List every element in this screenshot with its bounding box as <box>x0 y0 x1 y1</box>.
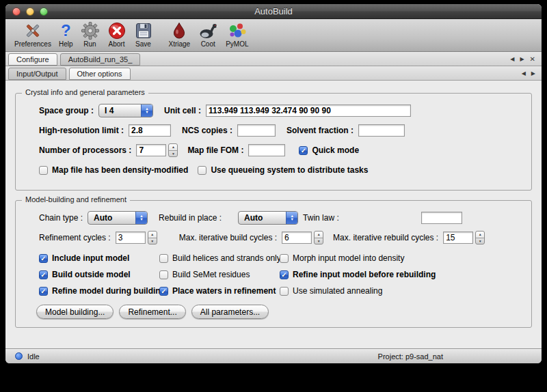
popup-arrows-icon: ▲▼ <box>135 212 147 224</box>
popup-arrows-icon: ▲▼ <box>141 104 152 117</box>
rebuild-in-place-select[interactable]: Auto ▲▼ <box>238 211 298 225</box>
processors-stepper[interactable]: ▲ ▼ <box>168 143 178 157</box>
tab-scroll-left-icon[interactable]: ◀ <box>522 70 526 76</box>
title-bar[interactable]: AutoBuild <box>5 4 542 19</box>
help-button[interactable]: ? Help <box>57 20 75 48</box>
space-group-label: Space group : <box>39 106 94 115</box>
model-building-button[interactable]: Model building... <box>36 305 114 319</box>
build-semet-residues-checkbox[interactable]: ✓ Build SeMet residues <box>159 270 280 279</box>
density-modified-checkbox[interactable]: ✓ Map file has been density-modified <box>39 165 188 175</box>
model-building-groupbox: Model-building and refinement Chain type… <box>15 200 532 328</box>
tab-label: Input/Output <box>16 70 58 78</box>
chain-type-select[interactable]: Auto ▲▼ <box>88 211 148 225</box>
coot-button[interactable]: Coot <box>196 20 220 48</box>
toolbar-label: Preferences <box>14 40 51 48</box>
build-helices-strands-checkbox[interactable]: ✓ Build helices and strands only <box>159 253 280 263</box>
refine-during-building-checkbox[interactable]: ✓ Refine model during building <box>39 286 159 296</box>
toolbar: Preferences ? Help <box>5 19 542 52</box>
abort-icon <box>107 20 126 41</box>
parameter-buttons-row: Model building... Refinement... All para… <box>36 305 522 319</box>
window-title: AutoBuild <box>5 6 542 16</box>
tab-scroll-right-icon[interactable]: ▶ <box>520 56 524 62</box>
space-group-value: I 4 <box>105 106 114 115</box>
twin-law-input[interactable] <box>421 212 462 224</box>
map-file-fom-input[interactable] <box>248 144 285 156</box>
form-row: High-resolution limit : NCS copies : Sol… <box>39 124 522 137</box>
quick-mode-checkbox[interactable]: ✓ Quick mode <box>299 145 359 155</box>
groupbox-title: Model-building and refinement <box>22 195 130 204</box>
refinement-button[interactable]: Refinement... <box>119 305 185 319</box>
preferences-button[interactable]: Preferences <box>12 20 53 48</box>
pymol-spheres-icon <box>228 20 247 41</box>
refine-input-model-checkbox[interactable]: ✓ Refine input model before rebuilding <box>280 270 522 279</box>
help-icon: ? <box>61 20 71 41</box>
run-button[interactable]: Run <box>79 20 102 48</box>
unit-cell-label: Unit cell : <box>164 106 201 115</box>
status-indicator-icon <box>15 352 23 360</box>
save-button[interactable]: Save <box>132 20 155 48</box>
unit-cell-input[interactable] <box>206 104 411 117</box>
refinement-cycles-stepper[interactable]: ▲ ▼ <box>148 231 157 244</box>
simulated-annealing-checkbox[interactable]: ✓ Use simulated annealing <box>280 286 522 296</box>
max-build-cycles-label: Max. iterative build cycles : <box>179 233 277 242</box>
abort-button[interactable]: Abort <box>105 20 129 48</box>
chain-type-value: Auto <box>94 213 112 223</box>
model-checkbox-grid: ✓ Include input model ✓ Build helices an… <box>39 253 522 296</box>
tab-close-icon[interactable]: ✕ <box>530 55 535 63</box>
form-row: Chain type : Auto ▲▼ Rebuild in place : … <box>39 211 522 225</box>
rebuild-in-place-value: Auto <box>244 213 263 223</box>
place-waters-checkbox[interactable]: ✓ Place waters in refinement <box>159 286 280 296</box>
form-row: Space group : I 4 ▲▼ Unit cell : <box>39 104 522 117</box>
window-controls <box>12 8 48 16</box>
checkbox-box: ✓ <box>280 270 289 279</box>
checkbox-box: ✓ <box>159 270 168 279</box>
include-input-model-checkbox[interactable]: ✓ Include input model <box>39 253 159 263</box>
status-text: Idle <box>27 352 40 361</box>
max-rebuild-cycles-stepper[interactable]: ▲ ▼ <box>475 231 485 244</box>
zoom-window-button[interactable] <box>40 8 48 16</box>
minimize-window-button[interactable] <box>26 8 34 16</box>
toolbar-label: Xtriage <box>169 40 191 48</box>
stepper-up-icon[interactable]: ▲ <box>315 232 323 238</box>
main-tab-bar: Configure AutoBuild_run_35_ ◀ ▶ ✕ <box>5 52 542 66</box>
space-group-select[interactable]: I 4 ▲▼ <box>98 104 153 117</box>
max-build-cycles-input[interactable] <box>282 232 312 244</box>
stepper-down-icon[interactable]: ▼ <box>169 151 177 157</box>
max-build-cycles-stepper[interactable]: ▲ ▼ <box>314 231 323 244</box>
stepper-down-icon[interactable]: ▼ <box>315 238 323 244</box>
tab-configure[interactable]: Configure <box>8 53 57 66</box>
morph-input-model-checkbox[interactable]: ✓ Morph input model into density <box>280 253 522 263</box>
ncs-copies-label: NCS copies : <box>182 126 232 135</box>
xtriage-button[interactable]: Xtriage <box>167 20 193 48</box>
all-parameters-button[interactable]: All parameters... <box>191 305 269 319</box>
number-of-processors-input[interactable] <box>136 144 166 156</box>
stepper-down-icon[interactable]: ▼ <box>476 238 484 244</box>
preferences-icon <box>23 20 42 41</box>
solvent-fraction-input[interactable] <box>358 124 405 137</box>
tab-autobuild-run-35[interactable]: AutoBuild_run_35_ <box>60 53 141 66</box>
ncs-copies-input[interactable] <box>237 124 276 137</box>
close-window-button[interactable] <box>12 8 21 16</box>
main-tab-controls: ◀ ▶ ✕ <box>510 52 542 66</box>
tab-scroll-right-icon[interactable]: ▶ <box>531 70 535 76</box>
stepper-down-icon[interactable]: ▼ <box>148 238 157 244</box>
stepper-up-icon[interactable]: ▲ <box>148 232 157 238</box>
max-rebuild-cycles-input[interactable] <box>443 232 473 244</box>
refinement-cycles-input[interactable] <box>116 232 146 244</box>
xtriage-drop-icon <box>170 20 189 41</box>
refinement-cycles-label: Refinement cycles : <box>39 233 111 242</box>
toolbar-label: Run <box>83 40 96 48</box>
number-of-processors-label: Number of processors : <box>39 145 131 155</box>
build-outside-model-checkbox[interactable]: ✓ Build outside model <box>39 270 159 279</box>
queueing-system-checkbox[interactable]: ✓ Use queueing system to distribute task… <box>198 165 368 175</box>
tab-scroll-left-icon[interactable]: ◀ <box>510 56 514 62</box>
checkbox-box: ✓ <box>39 254 48 263</box>
tab-other-options[interactable]: Other options <box>69 68 131 80</box>
tab-input-output[interactable]: Input/Output <box>8 68 66 80</box>
stepper-up-icon[interactable]: ▲ <box>476 232 484 238</box>
stepper-up-icon[interactable]: ▲ <box>169 144 177 151</box>
high-resolution-limit-input[interactable] <box>129 124 171 137</box>
pymol-button[interactable]: PyMOL <box>224 20 250 48</box>
form-row: Refinement cycles : ▲ ▼ Max. iterative b… <box>39 231 522 244</box>
toolbar-label: Help <box>59 40 73 48</box>
